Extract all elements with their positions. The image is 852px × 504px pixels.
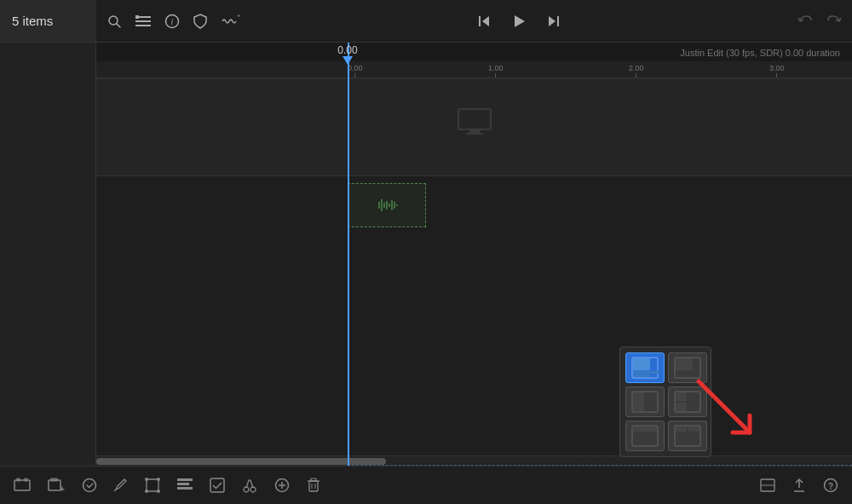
svg-point-62 [145, 478, 148, 481]
svg-rect-13 [557, 16, 559, 26]
svg-marker-11 [515, 15, 525, 27]
ruler: 0.00 1.00 2.00 3.00 4.00 [96, 61, 852, 78]
add-track-icon[interactable]: + [221, 14, 239, 28]
svg-marker-12 [549, 16, 556, 26]
svg-text:?: ? [828, 482, 833, 491]
transform-icon[interactable] [138, 472, 167, 498]
history-controls [797, 14, 842, 28]
export-icon[interactable] [786, 472, 813, 498]
skip-to-start-icon[interactable] [477, 14, 491, 28]
svg-text:+: + [60, 484, 65, 493]
plus-icon[interactable] [268, 472, 296, 498]
svg-rect-5 [135, 15, 139, 19]
audio-clip[interactable] [348, 183, 426, 227]
ruler-mark-0: 0.00 [348, 64, 363, 77]
svg-point-65 [157, 490, 160, 493]
svg-rect-36 [646, 392, 657, 401]
svg-rect-15 [469, 129, 480, 133]
svg-rect-14 [458, 109, 491, 129]
red-arrow-indicator [690, 373, 767, 453]
checkbox-icon[interactable] [203, 472, 232, 498]
timecode-display: 0.00 [337, 44, 357, 56]
items-count-label: 5 items [12, 14, 53, 28]
help-icon[interactable]: ? [816, 472, 845, 498]
svg-rect-48 [676, 427, 687, 432]
svg-point-64 [145, 490, 148, 493]
add-clip-icon[interactable]: + [41, 472, 72, 498]
bottom-right-controls: ? [753, 472, 845, 498]
skip-to-end-icon[interactable] [547, 14, 561, 28]
svg-rect-40 [676, 392, 687, 401]
svg-rect-46 [633, 440, 657, 445]
svg-rect-45 [633, 433, 657, 438]
clip-icon[interactable] [7, 472, 37, 498]
video-track-placeholder [458, 108, 492, 141]
svg-rect-31 [676, 358, 693, 370]
view-option-3[interactable] [625, 387, 665, 417]
svg-line-73 [250, 480, 253, 488]
svg-text:+: + [237, 14, 239, 20]
waveform-icon [375, 197, 399, 214]
svg-rect-37 [646, 403, 657, 406]
svg-rect-28 [633, 371, 659, 374]
redo-icon[interactable] [826, 14, 842, 28]
panel-layout-icon[interactable] [753, 473, 782, 497]
play-icon[interactable] [511, 14, 527, 29]
svg-rect-29 [633, 375, 650, 377]
undo-icon[interactable] [797, 14, 813, 28]
svg-rect-55 [49, 480, 60, 490]
svg-rect-38 [646, 407, 653, 410]
ruler-label-1: 1.00 [488, 64, 504, 72]
ruler-label-3: 3.00 [769, 64, 785, 72]
svg-rect-78 [309, 481, 318, 491]
view-option-1[interactable] [625, 352, 665, 383]
svg-rect-35 [633, 392, 644, 411]
ruler-mark-1: 1.00 [488, 64, 504, 77]
svg-rect-41 [676, 403, 687, 411]
items-count-bar: 5 items [0, 0, 96, 43]
svg-rect-61 [147, 479, 158, 491]
edit-info: Justin Edit (30 fps, SDR) 0.00 duration [680, 48, 840, 58]
svg-rect-68 [177, 487, 193, 490]
main-toolbar: i + [96, 0, 852, 43]
ruler-mark-3: 3.00 [769, 64, 785, 77]
svg-rect-27 [633, 358, 650, 370]
svg-text:i: i [171, 17, 174, 26]
bottom-toolbar: + [0, 466, 852, 504]
trash-icon[interactable] [300, 472, 327, 498]
playback-controls [253, 14, 784, 29]
svg-rect-3 [135, 20, 151, 22]
svg-rect-44 [633, 427, 657, 432]
horizontal-scrollbar[interactable] [96, 455, 852, 466]
edit-icon[interactable] [75, 472, 104, 498]
video-track [96, 78, 852, 176]
search-icon[interactable] [106, 14, 122, 29]
svg-rect-52 [14, 480, 30, 490]
svg-line-72 [246, 480, 249, 488]
left-sidebar [0, 43, 96, 504]
text-icon[interactable] [170, 473, 199, 497]
cut-icon[interactable] [235, 472, 264, 498]
svg-rect-66 [177, 478, 193, 481]
view-option-5[interactable] [625, 421, 665, 451]
svg-rect-69 [210, 478, 224, 492]
list-icon[interactable] [135, 15, 151, 27]
ruler-mark-2: 2.00 [629, 64, 644, 77]
svg-marker-9 [482, 16, 489, 26]
pen-icon[interactable] [107, 472, 135, 498]
info-icon[interactable]: i [164, 14, 180, 29]
ruler-label-2: 2.00 [629, 64, 644, 72]
svg-rect-16 [466, 133, 483, 135]
svg-point-59 [83, 479, 96, 492]
svg-rect-80 [311, 478, 316, 481]
svg-rect-10 [479, 16, 481, 26]
svg-point-63 [157, 478, 160, 481]
shield-icon[interactable] [193, 14, 207, 29]
svg-line-60 [114, 490, 116, 491]
ruler-label-0: 0.00 [348, 64, 363, 72]
svg-line-1 [117, 24, 120, 27]
scrollbar-thumb[interactable] [96, 458, 386, 465]
svg-rect-67 [177, 483, 189, 485]
svg-rect-33 [676, 375, 691, 377]
svg-rect-4 [135, 25, 151, 26]
